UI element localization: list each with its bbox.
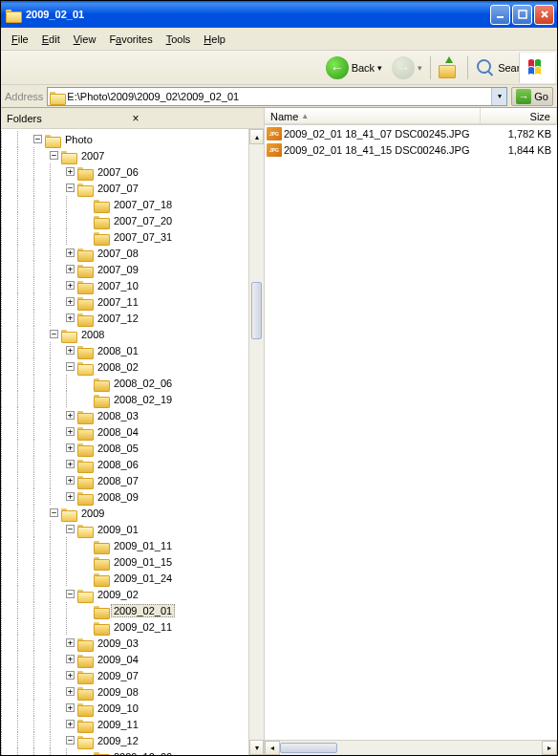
column-size[interactable]: Size xyxy=(481,108,557,124)
tree-node[interactable]: +2009_03 xyxy=(1,635,248,651)
menu-favorites[interactable]: Favorites xyxy=(102,31,159,48)
tree-node[interactable]: 2007_07_31 xyxy=(1,228,248,245)
tree-node[interactable]: −2009 xyxy=(1,505,248,521)
tree-scrollbar[interactable]: ▴ ▾ xyxy=(248,129,264,755)
menu-edit[interactable]: Edit xyxy=(35,31,67,48)
collapse-icon[interactable]: − xyxy=(66,184,75,192)
tree-node[interactable]: +2008_01 xyxy=(1,342,248,358)
tree-node[interactable]: +2009_04 xyxy=(1,651,248,667)
tree-node[interactable]: +2007_11 xyxy=(1,293,248,310)
tree-node[interactable]: −2009_12 xyxy=(1,732,248,748)
address-field[interactable]: ▾ xyxy=(47,87,507,106)
expand-icon[interactable]: + xyxy=(66,476,75,485)
collapse-icon[interactable]: − xyxy=(50,151,58,160)
tree-node[interactable]: 2009_01_15 xyxy=(1,553,248,570)
scroll-left-icon[interactable]: ◂ xyxy=(265,741,280,755)
file-list[interactable]: 2009_02_01 18_41_07 DSC00245.JPG1,782 KB… xyxy=(265,125,557,740)
titlebar[interactable]: 2009_02_01 xyxy=(1,1,557,28)
collapse-icon[interactable]: − xyxy=(66,362,75,371)
tree-node[interactable]: 2008_02_19 xyxy=(1,391,248,407)
expand-icon[interactable]: + xyxy=(66,427,75,436)
expand-icon[interactable]: + xyxy=(66,167,75,176)
tree-node[interactable]: +2008_09 xyxy=(1,488,248,505)
forward-button[interactable]: → ▾ xyxy=(387,54,427,82)
minimize-button[interactable] xyxy=(490,5,510,25)
expand-icon[interactable]: + xyxy=(66,671,75,680)
expand-icon[interactable]: + xyxy=(66,313,75,322)
menu-view[interactable]: View xyxy=(67,31,103,48)
expand-icon[interactable]: + xyxy=(66,687,75,696)
tree-node[interactable]: +2009_10 xyxy=(1,700,248,716)
back-button[interactable]: ← Back ▾ xyxy=(321,54,387,82)
expand-icon[interactable]: + xyxy=(66,638,75,647)
expand-icon[interactable]: + xyxy=(66,492,75,501)
menu-file[interactable]: File xyxy=(5,31,35,48)
file-row[interactable]: 2009_02_01 18_41_15 DSC00246.JPG1,844 KB xyxy=(265,141,557,158)
tree-node[interactable]: 2009_02_11 xyxy=(1,618,248,635)
expand-icon[interactable]: + xyxy=(66,411,75,420)
tree-node[interactable]: +2008_07 xyxy=(1,472,248,488)
address-dropdown-icon[interactable]: ▾ xyxy=(491,88,506,105)
tree-node[interactable]: 2008_02_06 xyxy=(1,375,248,391)
tree-node[interactable]: 2009_12_06 xyxy=(1,748,248,755)
tree-node[interactable]: +2007_06 xyxy=(1,163,248,180)
close-button[interactable] xyxy=(534,5,554,25)
menu-help[interactable]: Help xyxy=(197,31,232,48)
expand-icon[interactable]: + xyxy=(66,703,75,712)
tree-node[interactable]: +2008_04 xyxy=(1,423,248,440)
tree-node[interactable]: +2007_09 xyxy=(1,261,248,277)
tree-node[interactable]: +2009_07 xyxy=(1,667,248,683)
collapse-icon[interactable]: − xyxy=(50,508,58,517)
tree-node[interactable]: 2007_07_20 xyxy=(1,212,248,228)
expand-icon[interactable]: + xyxy=(66,265,75,273)
file-row[interactable]: 2009_02_01 18_41_07 DSC00245.JPG1,782 KB xyxy=(265,125,557,141)
maximize-button[interactable] xyxy=(512,5,532,25)
folder-icon xyxy=(77,734,93,747)
tree-node[interactable]: +2008_03 xyxy=(1,407,248,423)
up-button[interactable] xyxy=(434,54,464,82)
tree-node[interactable]: 2009_01_24 xyxy=(1,570,248,586)
expand-icon[interactable]: + xyxy=(66,297,75,306)
scroll-up-icon[interactable]: ▴ xyxy=(249,129,264,144)
tree-node[interactable]: −2008_02 xyxy=(1,358,248,375)
collapse-icon[interactable]: − xyxy=(66,590,75,598)
list-h-scrollbar[interactable]: ◂ ▸ xyxy=(265,740,557,755)
tree-node[interactable]: +2008_06 xyxy=(1,456,248,472)
tree-node[interactable]: −Photo xyxy=(1,131,248,147)
scroll-thumb[interactable] xyxy=(251,282,262,339)
expand-icon[interactable]: + xyxy=(66,443,75,452)
column-name[interactable]: Name ▲ xyxy=(265,108,481,124)
tree-node[interactable]: −2009_01 xyxy=(1,521,248,537)
expand-icon[interactable]: + xyxy=(66,655,75,663)
tree-node[interactable]: +2009_08 xyxy=(1,683,248,700)
go-button[interactable]: → Go xyxy=(511,87,553,106)
folders-pane-close-icon[interactable]: × xyxy=(133,112,259,125)
collapse-icon[interactable]: − xyxy=(33,135,42,143)
tree-node[interactable]: 2007_07_18 xyxy=(1,196,248,212)
scroll-thumb[interactable] xyxy=(280,743,337,753)
tree-node[interactable]: +2007_08 xyxy=(1,245,248,261)
tree-node[interactable]: −2008 xyxy=(1,326,248,342)
expand-icon[interactable]: + xyxy=(66,248,75,257)
tree-node[interactable]: +2008_05 xyxy=(1,440,248,456)
collapse-icon[interactable]: − xyxy=(50,330,58,338)
scroll-right-icon[interactable]: ▸ xyxy=(542,741,557,755)
tree-node[interactable]: −2007 xyxy=(1,147,248,163)
expand-icon[interactable]: + xyxy=(66,346,75,355)
address-input[interactable] xyxy=(67,91,491,102)
tree-node[interactable]: 2009_01_11 xyxy=(1,537,248,553)
folder-tree[interactable]: −Photo−2007+2007_06−2007_072007_07_18200… xyxy=(1,129,264,755)
tree-node[interactable]: +2009_11 xyxy=(1,716,248,732)
collapse-icon[interactable]: − xyxy=(66,736,75,745)
scroll-down-icon[interactable]: ▾ xyxy=(249,740,264,755)
expand-icon[interactable]: + xyxy=(66,281,75,290)
collapse-icon[interactable]: − xyxy=(66,525,75,533)
tree-node[interactable]: −2009_02 xyxy=(1,586,248,602)
expand-icon[interactable]: + xyxy=(66,720,75,728)
tree-node[interactable]: +2007_10 xyxy=(1,277,248,293)
tree-node[interactable]: +2007_12 xyxy=(1,310,248,326)
tree-node[interactable]: 2009_02_01 xyxy=(1,602,248,618)
menu-tools[interactable]: Tools xyxy=(160,31,198,48)
tree-node[interactable]: −2007_07 xyxy=(1,180,248,196)
expand-icon[interactable]: + xyxy=(66,460,75,468)
